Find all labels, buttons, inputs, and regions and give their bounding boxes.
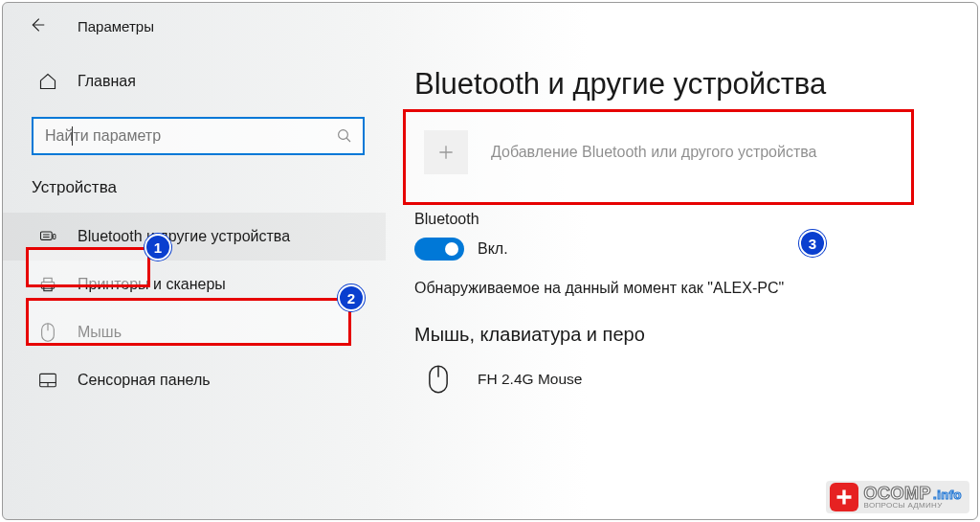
annotation-badge-3: 3 (799, 230, 826, 257)
watermark-text-top: OCOMP.info (864, 485, 962, 502)
svg-rect-2 (43, 235, 50, 236)
svg-rect-4 (53, 235, 55, 239)
add-device-label: Добавление Bluetooth или другого устройс… (491, 144, 817, 161)
sidebar-item-mouse[interactable]: Мышь (3, 308, 386, 356)
sidebar-item-label: Bluetooth и другие устройства (78, 228, 290, 245)
svg-rect-1 (41, 232, 53, 239)
sidebar: Главная Устройства Bluetooth и другие ус… (3, 46, 386, 520)
section-heading: Мышь, клавиатура и перо (414, 324, 948, 346)
annotation-badge-2: 2 (338, 284, 365, 311)
watermark-text-bottom: ВОПРОСЫ АДМИНУ (864, 502, 962, 510)
sidebar-item-label: Сенсорная панель (78, 372, 211, 389)
mouse-icon (37, 322, 58, 343)
content-area: Главная Устройства Bluetooth и другие ус… (3, 46, 977, 520)
search-wrap (32, 117, 365, 155)
mouse-device-icon (422, 363, 455, 396)
home-icon (37, 71, 58, 92)
annotation-badge-1: 1 (145, 234, 171, 261)
toggle-state-label: Вкл. (478, 240, 508, 258)
title-bar: Параметры (3, 3, 977, 46)
device-row[interactable]: FH 2.4G Mouse (414, 357, 948, 401)
sidebar-item-touchpad[interactable]: Сенсорная панель (3, 356, 386, 404)
printer-icon (37, 274, 58, 295)
toggle-knob (445, 242, 458, 256)
settings-window: Параметры Главная Устройства (2, 2, 978, 520)
svg-point-0 (339, 130, 348, 140)
sidebar-item-printers[interactable]: Принтеры и сканеры (3, 261, 386, 308)
sidebar-home[interactable]: Главная (3, 63, 386, 100)
sidebar-item-bluetooth[interactable]: Bluetooth и другие устройства (3, 213, 386, 261)
text-caret (72, 126, 73, 146)
touchpad-icon (37, 370, 58, 391)
discoverable-status: Обнаруживаемое на данный момент как "ALE… (414, 280, 948, 297)
devices-icon (37, 226, 58, 247)
watermark: OCOMP.info ВОПРОСЫ АДМИНУ (826, 481, 969, 513)
page-heading: Bluetooth и другие устройства (414, 67, 948, 102)
sidebar-category-label: Устройства (3, 169, 386, 207)
app-title: Параметры (78, 18, 154, 34)
bluetooth-toggle[interactable] (414, 238, 464, 261)
search-icon[interactable] (336, 127, 353, 145)
watermark-cross-icon (830, 483, 858, 511)
device-name: FH 2.4G Mouse (478, 371, 582, 388)
back-arrow-icon[interactable] (26, 14, 47, 38)
search-input[interactable] (32, 117, 365, 155)
svg-rect-3 (43, 237, 50, 238)
add-device-button[interactable]: Добавление Bluetooth или другого устройс… (414, 121, 948, 184)
bluetooth-subheading: Bluetooth (414, 211, 948, 228)
plus-icon (424, 130, 468, 174)
bluetooth-toggle-row: Вкл. (414, 238, 948, 261)
nav-list: Bluetooth и другие устройства Принтеры и… (3, 207, 386, 404)
main-panel: Bluetooth и другие устройства Добавление… (386, 46, 977, 520)
sidebar-item-label: Принтеры и сканеры (78, 276, 226, 293)
svg-rect-6 (44, 278, 52, 282)
sidebar-item-label: Мышь (78, 324, 122, 341)
sidebar-home-label: Главная (78, 73, 136, 90)
